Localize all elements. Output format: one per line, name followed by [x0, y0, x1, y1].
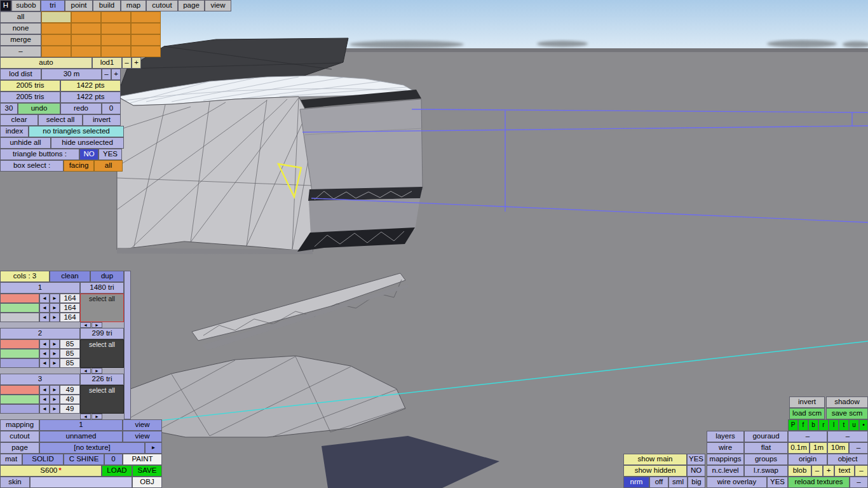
object-button[interactable]: object [827, 454, 868, 465]
group-prev-button[interactable]: ◄ [80, 368, 91, 374]
group-header-id[interactable]: 2 [0, 328, 80, 339]
palette-swatch[interactable] [71, 23, 101, 34]
red-increase-button[interactable]: ► [50, 339, 60, 349]
grid-dash-button[interactable]: – [849, 442, 868, 454]
palette-swatch[interactable] [101, 34, 131, 46]
groups-button[interactable]: groups [744, 454, 788, 465]
tab-cutout[interactable]: cutout [146, 0, 178, 11]
red-decrease-button[interactable]: ◄ [39, 385, 50, 395]
palette-swatch[interactable] [41, 46, 71, 57]
unhide-all-button[interactable]: unhide all [0, 137, 51, 149]
nrm-sml-button[interactable]: sml [668, 477, 688, 488]
green-increase-button[interactable]: ► [50, 349, 60, 358]
group-red-swatch[interactable] [0, 385, 39, 395]
view-perspective-button[interactable]: P [788, 419, 798, 431]
group-red-swatch[interactable] [0, 339, 39, 349]
lod-plus-button[interactable]: + [132, 57, 141, 69]
tab-map[interactable]: map [121, 0, 146, 11]
lr-swap-button[interactable]: l.r.swap [744, 465, 788, 477]
load-button[interactable]: LOAD [102, 465, 132, 477]
group-blue-swatch[interactable] [0, 404, 39, 414]
nrm-off-button[interactable]: off [649, 477, 668, 488]
tab-build[interactable]: build [93, 0, 121, 11]
red-decrease-button[interactable]: ◄ [39, 339, 50, 349]
tab-view[interactable]: view [205, 0, 231, 11]
view-dot-button[interactable]: • [859, 419, 868, 431]
wire-overlay-toggle[interactable]: YES [767, 477, 788, 488]
palette-swatch[interactable] [101, 11, 131, 23]
blue-increase-button[interactable]: ► [50, 313, 60, 322]
mat-paint-button[interactable]: PAINT [123, 454, 162, 465]
cutout-view-button[interactable]: view [123, 431, 162, 442]
blob-plus-button[interactable]: + [823, 465, 834, 477]
group-green-swatch[interactable] [0, 395, 39, 404]
index-button[interactable]: index [0, 126, 29, 137]
reload-dash-button[interactable]: – [850, 477, 868, 488]
view-back-button[interactable]: b [808, 419, 818, 431]
blob-button[interactable]: blob [788, 465, 811, 477]
blue-increase-button[interactable]: ► [50, 358, 60, 368]
nrm-big-button[interactable]: big [688, 477, 705, 488]
red-decrease-button[interactable]: ◄ [39, 294, 50, 303]
palette-swatch[interactable] [71, 46, 101, 57]
palette-swatch[interactable] [101, 46, 131, 57]
view-top-button[interactable]: t [839, 419, 849, 431]
dup-button[interactable]: dup [90, 271, 124, 282]
group-blue-swatch[interactable] [0, 358, 39, 368]
palette-merge-button[interactable]: merge [0, 34, 41, 46]
save-button[interactable]: SAVE [132, 465, 162, 477]
lod-minus-button[interactable]: – [122, 57, 132, 69]
show-hidden-toggle[interactable]: NO [687, 465, 705, 477]
palette-minus-button[interactable]: – [0, 46, 41, 57]
green-decrease-button[interactable]: ◄ [39, 303, 50, 313]
group-select-all-button[interactable]: select all [80, 339, 124, 368]
skin-value[interactable] [30, 477, 132, 488]
palette-swatch[interactable] [101, 23, 131, 34]
page-next-button[interactable]: ► [145, 442, 162, 454]
lod-dist-minus-button[interactable]: – [102, 69, 111, 80]
palette-swatch[interactable] [71, 11, 101, 23]
red-increase-button[interactable]: ► [50, 294, 60, 303]
dash-button-b[interactable]: – [827, 431, 868, 442]
mat-solid-button[interactable]: SOLID [22, 454, 64, 465]
palette-all-button[interactable]: all [0, 11, 41, 23]
grid-10m-button[interactable]: 10m [827, 442, 849, 454]
flat-button[interactable]: flat [744, 442, 788, 454]
mat-cshine-button[interactable]: C SHINE [64, 454, 104, 465]
palette-swatch[interactable] [131, 11, 161, 23]
cols-button[interactable]: cols : 3 [0, 271, 50, 282]
view-left-button[interactable]: l [829, 419, 839, 431]
group-next-button[interactable]: ► [92, 322, 102, 328]
hide-unselected-button[interactable]: hide unselected [51, 137, 124, 149]
tab-page[interactable]: page [178, 0, 205, 11]
text-button[interactable]: text [834, 465, 855, 477]
group-header-id[interactable]: 1 [0, 282, 80, 294]
group-blue-swatch[interactable] [0, 313, 39, 322]
group-header-id[interactable]: 3 [0, 374, 80, 385]
group-green-swatch[interactable] [0, 303, 39, 313]
select-all-button[interactable]: select all [38, 114, 83, 126]
palette-swatch[interactable] [71, 34, 101, 46]
blob-minus-button[interactable]: – [811, 465, 823, 477]
page-value[interactable]: [no texture] [39, 442, 145, 454]
shadow-button[interactable]: shadow [826, 396, 868, 408]
invert-view-button[interactable]: invert [789, 396, 825, 408]
clean-button[interactable]: clean [50, 271, 90, 282]
green-decrease-button[interactable]: ◄ [39, 395, 50, 404]
view-front-button[interactable]: f [798, 419, 808, 431]
grid-01m-button[interactable]: 0.1m [788, 442, 810, 454]
box-select-all[interactable]: all [94, 160, 123, 172]
palette-swatch[interactable] [131, 46, 161, 57]
box-select-facing[interactable]: facing [64, 160, 94, 172]
invert-button[interactable]: invert [83, 114, 121, 126]
green-decrease-button[interactable]: ◄ [39, 349, 50, 358]
blue-decrease-button[interactable]: ◄ [39, 313, 50, 322]
group-panel-scrollbar[interactable] [124, 271, 131, 419]
obj-button[interactable]: OBJ [132, 477, 162, 488]
blue-decrease-button[interactable]: ◄ [39, 404, 50, 414]
blue-decrease-button[interactable]: ◄ [39, 358, 50, 368]
auto-button[interactable]: auto [0, 57, 92, 69]
triangle-buttons-no[interactable]: NO [79, 149, 98, 160]
grid-1m-button[interactable]: 1m [810, 442, 827, 454]
load-scm-button[interactable]: load scm [789, 408, 825, 419]
